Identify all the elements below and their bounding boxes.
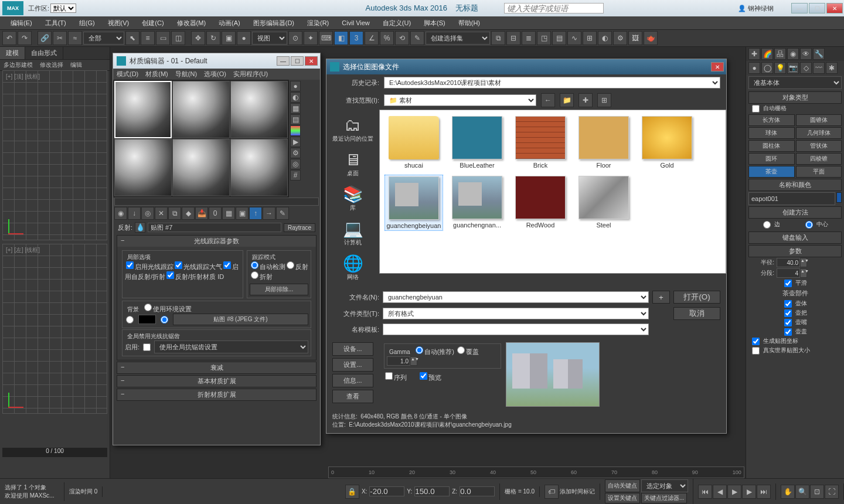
pivot-button[interactable]: ⊙ — [288, 31, 302, 45]
preview-checkbox[interactable]: 预览 — [418, 372, 441, 382]
video-color-icon[interactable] — [290, 125, 301, 136]
place-item[interactable]: 📚库 — [326, 181, 379, 216]
file-item[interactable]: Brick — [511, 115, 570, 170]
zoom-extents-icon[interactable]: ⊡ — [810, 485, 824, 499]
lights-icon[interactable]: 💡 — [774, 62, 786, 74]
align-button[interactable]: ⊟ — [506, 31, 520, 45]
sample-uv-icon[interactable]: ▤ — [290, 114, 301, 125]
menu-item[interactable]: 自定义(U) — [377, 18, 417, 29]
material-slot-5[interactable] — [172, 139, 230, 196]
helpers-icon[interactable]: ◇ — [800, 62, 812, 74]
manip-button[interactable]: ✦ — [304, 31, 318, 45]
reset-icon[interactable]: ✕ — [155, 207, 168, 220]
window-crossing-button[interactable]: ◫ — [171, 31, 185, 45]
trace-mode-radio[interactable]: 自动检测 — [250, 263, 285, 270]
create-method-header[interactable]: 创建方法 — [748, 206, 842, 219]
primitive-button[interactable]: 圆锥体 — [796, 114, 842, 126]
undo-button[interactable]: ↶ — [2, 31, 16, 45]
menu-item[interactable]: 模式(D) — [117, 70, 138, 79]
add-button[interactable]: + — [652, 291, 670, 304]
map-name-input[interactable] — [148, 223, 281, 232]
up-icon[interactable]: 📁 — [560, 93, 574, 107]
primitive-button[interactable]: 几何球体 — [796, 127, 842, 139]
snap-toggle[interactable]: ◧ — [334, 31, 348, 45]
raytrace-option[interactable]: 启用光线跟踪 — [125, 263, 173, 270]
name-color-header[interactable]: 名称和颜色 — [748, 179, 842, 191]
tab-freeform[interactable]: 自由形式 — [25, 47, 63, 59]
segments-spinner[interactable]: ▲▼ — [777, 268, 807, 278]
maximize-button[interactable]: ☐ — [809, 3, 825, 13]
subtab-modify-sel[interactable]: 修改选择 — [36, 60, 67, 70]
object-type-header[interactable]: 对象类型 — [748, 91, 842, 104]
close-button[interactable]: ✕ — [826, 3, 843, 13]
part-checkbox[interactable]: 壶把 — [748, 308, 842, 318]
primitive-button[interactable]: 四棱锥 — [796, 153, 842, 165]
mat-id-icon[interactable]: # — [290, 170, 301, 181]
keyfilter-button[interactable]: 关键点过滤器... — [641, 493, 687, 503]
gen-map-checkbox[interactable]: 生成贴图坐标 — [748, 336, 842, 346]
bind-button[interactable]: ≈ — [68, 31, 82, 45]
new-folder-icon[interactable]: ✚ — [578, 93, 593, 107]
options-icon[interactable]: ⚙ — [290, 148, 301, 158]
link-button[interactable]: 🔗 — [38, 31, 52, 45]
map-type-button[interactable]: Raytrace — [284, 223, 315, 232]
get-material-icon[interactable]: ◉ — [114, 207, 127, 220]
sequence-checkbox[interactable]: 序列 — [384, 372, 407, 382]
pick-icon[interactable]: ✎ — [276, 207, 289, 220]
x-coord-input[interactable] — [369, 486, 404, 496]
local-exclude-button[interactable]: 局部排除... — [250, 284, 308, 295]
realworld-checkbox[interactable]: 真实世界贴图大小 — [748, 346, 842, 355]
hierarchy-tab-icon[interactable]: 品 — [774, 48, 786, 60]
layers-button[interactable]: ≣ — [522, 31, 536, 45]
assign-icon[interactable]: ◎ — [141, 207, 154, 220]
tab-modeling[interactable]: 建模 — [0, 47, 25, 59]
menu-item[interactable]: 编辑(E) — [5, 18, 38, 29]
smooth-checkbox[interactable]: 平滑 — [748, 278, 842, 288]
part-checkbox[interactable]: 壶盖 — [748, 327, 842, 336]
material-slot-1[interactable] — [114, 81, 172, 138]
history-dropdown[interactable]: E:\Autodesk3dsMax2010课程项目\素材 — [384, 77, 720, 88]
primitive-button[interactable]: 茶壶 — [748, 166, 795, 178]
place-item[interactable]: 🖥桌面 — [326, 147, 379, 181]
trace-mode-radio[interactable]: 反射 — [285, 263, 308, 270]
z-coord-input[interactable] — [460, 486, 495, 496]
center-radio[interactable]: 中心 — [802, 220, 831, 229]
dialog-close-button[interactable]: ✕ — [305, 56, 318, 66]
angle-snap-button[interactable]: ∠ — [365, 31, 379, 45]
mirror-button[interactable]: ⧉ — [491, 31, 505, 45]
attenuation-rollout[interactable]: 衰减 — [117, 362, 316, 373]
file-item[interactable]: RedWood — [511, 175, 570, 231]
category-dropdown[interactable]: 准基本体 — [748, 76, 842, 89]
menu-item[interactable]: 渲染(R) — [301, 18, 335, 29]
bg-color-swatch[interactable] — [138, 315, 156, 324]
use-env-radio[interactable]: 使用环境设置 — [143, 305, 192, 312]
material-slot-2[interactable] — [172, 81, 230, 138]
time-ruler[interactable]: 0102030405060708090100 — [328, 466, 744, 478]
ribbon-button[interactable]: ▤ — [552, 31, 566, 45]
viewport-top[interactable]: [+] [顶] [线框] — [2, 70, 107, 240]
device-button[interactable]: 设备... — [332, 342, 373, 356]
named-sel-dropdown[interactable]: 创建选择集 — [426, 32, 490, 45]
user-label[interactable]: 👤 钢神绿钢 — [738, 4, 774, 13]
motion-tab-icon[interactable]: ◉ — [787, 48, 799, 60]
mat-id-channel-icon[interactable]: 0 — [209, 207, 222, 220]
menu-item[interactable]: 脚本(S) — [418, 18, 451, 29]
modify-tab-icon[interactable]: 🌈 — [761, 48, 773, 60]
file-list[interactable]: shucaiBlueLeatherBrickFloorGoldguancheng… — [379, 110, 726, 274]
shapes-icon[interactable]: ◯ — [761, 62, 773, 74]
workspace-dropdown[interactable]: 默认 — [50, 4, 76, 13]
primitive-button[interactable]: 管状体 — [796, 140, 842, 152]
menu-item[interactable]: 实用程序(U) — [233, 70, 268, 79]
file-item[interactable]: Gold — [638, 115, 696, 170]
selection-filter[interactable]: 全部 — [83, 32, 124, 45]
part-checkbox[interactable]: 壶嘴 — [748, 318, 842, 327]
file-dialog-close-button[interactable]: ✕ — [711, 62, 724, 71]
menu-item[interactable]: 图形编辑器(D) — [247, 18, 300, 29]
dialog-minimize-button[interactable]: — — [277, 56, 290, 66]
minimize-button[interactable]: — — [791, 3, 808, 13]
make-preview-icon[interactable]: ▶ — [290, 137, 301, 147]
place-item[interactable]: 💻计算机 — [326, 216, 379, 250]
make-copy-icon[interactable]: ⧉ — [168, 207, 181, 220]
dialog-maximize-button[interactable]: ☐ — [291, 56, 304, 66]
time-tag-icon[interactable]: 🏷 — [544, 485, 559, 499]
